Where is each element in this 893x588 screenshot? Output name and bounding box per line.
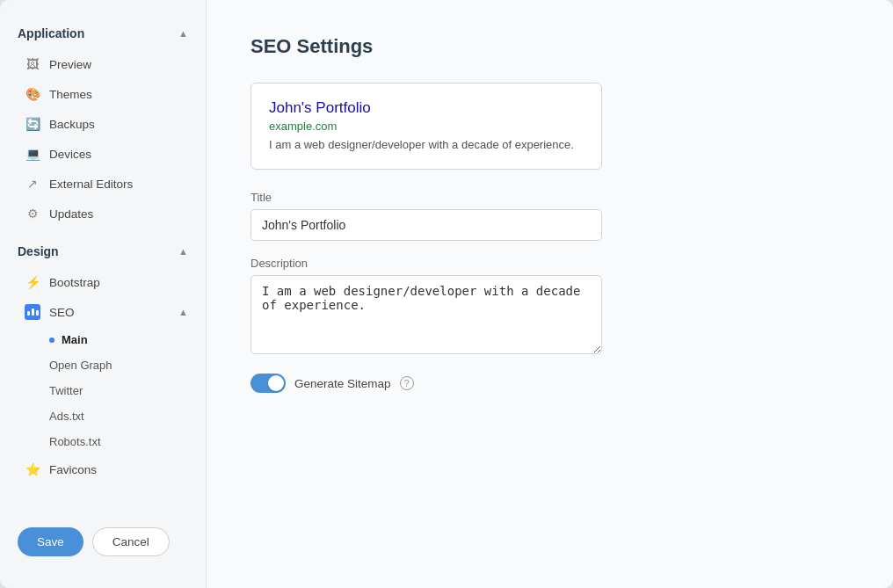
seo-sub-label-open-graph: Open Graph xyxy=(49,359,113,372)
sidebar-label-seo: SEO xyxy=(49,306,75,319)
sidebar-subitem-ads-txt[interactable]: Ads.txt xyxy=(0,403,206,429)
sidebar-subitem-open-graph[interactable]: Open Graph xyxy=(0,352,206,378)
favicons-icon: ⭐ xyxy=(25,461,40,477)
sidebar-item-devices[interactable]: 💻 Devices xyxy=(0,139,206,169)
seo-section-left: SEO xyxy=(25,304,75,320)
sidebar-item-favicons[interactable]: ⭐ Favicons xyxy=(0,454,206,484)
seo-preview-title: John's Portfolio xyxy=(269,99,584,117)
generate-sitemap-label: Generate Sitemap xyxy=(294,377,391,390)
design-section-header[interactable]: Design ▲ xyxy=(0,236,206,267)
external-editors-icon: ↗ xyxy=(25,176,40,192)
seo-preview-card: John's Portfolio example.com I am a web … xyxy=(250,83,602,170)
themes-icon: 🎨 xyxy=(25,86,40,102)
sidebar-label-devices: Devices xyxy=(49,148,91,161)
generate-sitemap-row: Generate Sitemap ? xyxy=(250,374,849,393)
seo-sub-label-robots-txt: Robots.txt xyxy=(49,435,101,448)
page-title: SEO Settings xyxy=(250,35,849,58)
sidebar-label-external-editors: External Editors xyxy=(49,178,133,191)
help-icon[interactable]: ? xyxy=(400,376,414,390)
preview-icon: 🖼 xyxy=(25,56,40,72)
main-content: SEO Settings John's Portfolio example.co… xyxy=(207,0,893,588)
seo-bar-chart-icon xyxy=(25,306,41,318)
description-label: Description xyxy=(250,257,602,270)
sidebar-label-favicons: Favicons xyxy=(49,463,97,476)
application-section-header[interactable]: Application ▲ xyxy=(0,18,206,49)
design-section-title: Design xyxy=(18,244,59,258)
seo-sub-label-ads-txt: Ads.txt xyxy=(49,410,84,423)
sidebar-subitem-robots-txt[interactable]: Robots.txt xyxy=(0,429,206,454)
active-dot-icon xyxy=(49,338,54,343)
sidebar-subitem-main[interactable]: Main xyxy=(0,327,206,352)
seo-preview-url: example.com xyxy=(269,120,584,133)
bootstrap-icon: ⚡ xyxy=(25,274,40,290)
devices-icon: 💻 xyxy=(25,146,40,162)
application-chevron-icon: ▲ xyxy=(178,28,188,39)
sidebar-item-backups[interactable]: 🔄 Backups xyxy=(0,109,206,139)
updates-icon: ⚙ xyxy=(25,206,40,221)
toggle-knob xyxy=(268,375,284,391)
seo-icon xyxy=(25,304,40,320)
sidebar-label-updates: Updates xyxy=(49,207,93,221)
sidebar-label-preview: Preview xyxy=(49,58,91,71)
cancel-button[interactable]: Cancel xyxy=(92,527,170,556)
seo-chevron-icon: ▲ xyxy=(178,307,188,317)
sidebar-section-application: Application ▲ 🖼 Preview 🎨 Themes 🔄 Backu… xyxy=(0,18,206,229)
sidebar-item-seo-header[interactable]: SEO ▲ xyxy=(0,297,206,327)
sidebar-label-themes: Themes xyxy=(49,88,92,101)
sidebar-item-external-editors[interactable]: ↗ External Editors xyxy=(0,169,206,199)
title-input[interactable] xyxy=(250,209,602,241)
title-form-group: Title xyxy=(250,191,602,241)
sidebar-item-updates[interactable]: ⚙ Updates xyxy=(0,199,206,229)
sidebar: Application ▲ 🖼 Preview 🎨 Themes 🔄 Backu… xyxy=(0,0,207,588)
seo-sub-label-main: Main xyxy=(62,333,88,346)
sidebar-subitem-twitter[interactable]: Twitter xyxy=(0,378,206,403)
sidebar-item-preview[interactable]: 🖼 Preview xyxy=(0,49,206,79)
description-form-group: Description I am a web designer/develope… xyxy=(250,257,602,358)
generate-sitemap-toggle[interactable] xyxy=(250,374,286,393)
save-button[interactable]: Save xyxy=(18,527,83,556)
sidebar-item-themes[interactable]: 🎨 Themes xyxy=(0,79,206,109)
backups-icon: 🔄 xyxy=(25,116,40,132)
application-section-title: Application xyxy=(18,26,84,40)
description-textarea[interactable]: I am a web designer/developer with a dec… xyxy=(250,275,602,354)
sidebar-label-bootstrap: Bootstrap xyxy=(49,276,100,289)
seo-sub-label-twitter: Twitter xyxy=(49,384,83,397)
design-chevron-icon: ▲ xyxy=(178,246,188,257)
seo-preview-description: I am a web designer/developer with a dec… xyxy=(269,137,584,153)
sidebar-label-backups: Backups xyxy=(49,118,95,131)
sidebar-item-bootstrap[interactable]: ⚡ Bootstrap xyxy=(0,267,206,297)
sidebar-footer: Save Cancel xyxy=(0,513,206,570)
app-window: Application ▲ 🖼 Preview 🎨 Themes 🔄 Backu… xyxy=(0,0,893,588)
title-label: Title xyxy=(250,191,602,204)
sidebar-section-design: Design ▲ ⚡ Bootstrap SEO xyxy=(0,236,206,484)
